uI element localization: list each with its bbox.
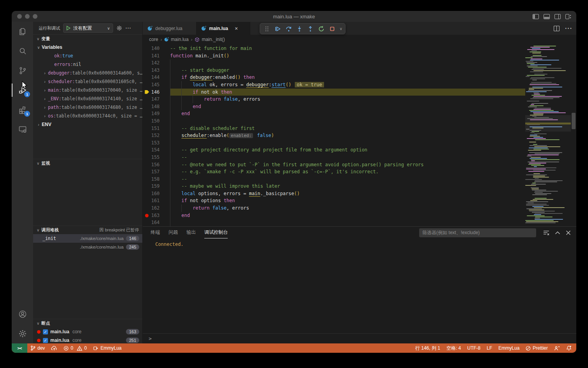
variable-row[interactable]: ›main: table(0x0x600003170040, size … [33,86,142,94]
step-into-button[interactable] [294,24,305,34]
code-line[interactable]: 148 end [143,103,525,110]
line-number[interactable]: 140 [143,45,170,52]
line-number[interactable]: 158 [143,176,170,183]
tab-debug-console[interactable]: 调试控制台 [204,227,228,238]
debug-console-input[interactable]: > [143,333,576,343]
breadcrumb-symbol[interactable]: main._init() [195,37,225,42]
code-line[interactable]: 162 return false, errors [143,204,525,212]
branch-status[interactable]: dev [27,343,48,353]
code-line[interactable]: 149 end [143,110,525,117]
account-button[interactable] [12,304,33,324]
start-debug-icon[interactable] [66,26,71,30]
variable-row[interactable]: ok: true [33,52,142,60]
breakpoint-row[interactable]: ✓main.luacore163 [33,327,142,336]
customize-layout-icon[interactable] [565,14,572,19]
toggle-primary-sidebar-icon[interactable] [533,14,539,19]
code-line[interactable]: 143 -- start debugger [143,67,525,74]
breakpoints-section-header[interactable]: ∨ 断点 [33,319,142,327]
code-line[interactable]: 146 if not ok then [143,89,525,96]
code-line[interactable]: 153 [143,139,525,147]
sidebar-item-remote-explorer[interactable] [12,119,33,139]
line-number[interactable]: 156 [143,161,170,169]
variable-row[interactable]: ›_ENV: table(0x0x600003174140, size … [33,94,142,103]
code-line[interactable]: 147 return false, errors [143,96,525,103]
line-number[interactable]: 157 [143,168,170,176]
minimize-window-button[interactable] [25,14,30,19]
console-filter-input[interactable]: 筛选器(例如 text、!exclude) [419,228,536,237]
code-line[interactable]: 145 local ok, errors = debugger:start()o… [143,81,525,89]
line-number[interactable]: 143 [143,67,170,74]
variable-row[interactable]: ›debugger: table(0x0x60000314a600, s… [33,69,142,77]
line-number[interactable]: 147 [143,96,170,103]
close-panel-icon[interactable] [566,230,571,235]
line-number[interactable]: 160 [143,190,170,197]
variable-row[interactable]: errors: nil [33,60,142,69]
breadcrumb-file[interactable]: main.lua [164,37,188,42]
variable-row[interactable]: ›scheduler: table(0x0x6000031605c0, … [33,77,142,86]
callstack-frame[interactable]: _init./xmake/core/main.lua146 [33,234,142,243]
line-number[interactable]: 155 [143,154,170,161]
breakpoint-glyph-icon[interactable] [145,214,149,217]
line-number[interactable]: 142 [143,59,170,67]
code-line[interactable]: 160 local options, errors = main._basicp… [143,190,525,197]
code-line[interactable]: 154 -- get project directory and project… [143,146,525,154]
tab-output[interactable]: 输出 [186,227,196,238]
line-number[interactable]: 150 [143,117,170,125]
watch-section-header[interactable]: ∨ 监视 [33,159,142,167]
breadcrumb-folder[interactable]: core [149,37,158,42]
formatter-status[interactable]: Prettier [522,343,551,353]
sync-changes-button[interactable] [48,343,60,353]
restart-button[interactable] [316,24,326,34]
code-line[interactable]: 140-- the init function for main [143,45,525,52]
code-line[interactable]: 156 -- @note we need to put `-P` in the … [143,161,525,169]
tab-main-lua[interactable]: main.lua × [197,22,250,35]
variables-scope-row[interactable]: ∨Variables [33,43,142,52]
env-scope-row[interactable]: ›ENV [33,120,142,129]
line-number[interactable]: 149 [143,110,170,117]
more-actions-icon[interactable]: ··· [126,25,131,31]
toggle-secondary-sidebar-icon[interactable] [554,14,561,19]
code-line[interactable]: 163 end [143,212,525,219]
code-line[interactable]: 164 [143,219,525,226]
line-number[interactable]: 145 [143,81,170,89]
debug-session-status[interactable]: EmmyLua [90,343,125,353]
line-number[interactable]: 161 [143,197,170,204]
code-line[interactable]: 142 [143,59,525,67]
cursor-position-status[interactable]: 行 146, 列 1 [412,343,443,353]
code-line[interactable]: 157 -- e.g. `xmake f -c -P xxx` will be … [143,168,525,176]
close-tab-icon[interactable]: × [235,25,238,32]
problems-status[interactable]: 0 0 [60,343,90,353]
settings-button[interactable] [12,324,33,343]
minimap[interactable] [525,44,571,226]
debug-config-dropdown[interactable]: 没有配置 ∨ [63,23,113,33]
code-line[interactable]: 161 if not options then [143,197,525,204]
code-line[interactable]: 159 -- maybe we will improve this later [143,183,525,190]
tab-debugger-lua[interactable]: debugger.lua [143,22,197,35]
tab-terminal[interactable]: 终端 [151,227,160,238]
code-line[interactable]: 144 if debugger:enabled() then [143,74,525,81]
breakpoint-row[interactable]: ✓main.luacore251 [33,336,142,343]
sidebar-item-extensions[interactable]: 1 [12,100,33,119]
debug-more-chevron-icon[interactable]: ∨ [338,24,344,34]
sidebar-item-explorer[interactable] [12,22,33,41]
clear-console-icon[interactable] [543,230,549,236]
notifications-button[interactable] [563,343,576,353]
variables-section-header[interactable]: ∨ 变量 [33,34,142,43]
step-over-button[interactable] [283,24,294,34]
code-line[interactable]: 151 -- disable scheduler first [143,125,525,132]
variable-row[interactable]: ›path: table(0x0x600003174680, size … [33,103,142,112]
code-line[interactable]: 152 scheduler:enable(enabled: false) [143,132,525,139]
line-number[interactable]: 141 [143,52,170,60]
eol-status[interactable]: LF [484,343,495,353]
code-line[interactable]: 150 [143,117,525,125]
line-number[interactable]: 162 [143,204,170,212]
code-line[interactable]: 141function main._init() [143,52,525,60]
toolbar-drag-handle[interactable] [262,24,272,34]
scrollbar-handle[interactable] [572,113,576,129]
close-window-button[interactable] [17,14,22,19]
code-line[interactable]: 155 -- [143,154,525,161]
callstack-section-header[interactable]: ∨ 调用堆栈 因 breakpoint 已暂停 [33,226,142,234]
sidebar-item-search[interactable] [12,41,33,61]
tab-problems[interactable]: 问题 [168,227,178,238]
maximize-panel-icon[interactable] [555,231,560,235]
